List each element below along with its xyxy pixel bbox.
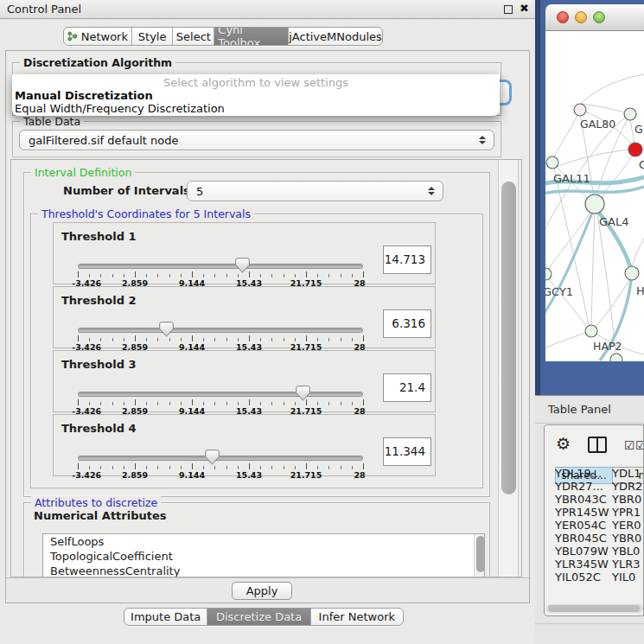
- network-edge[interactable]: [591, 214, 595, 325]
- settings-vertical-scrollbar[interactable]: [498, 160, 519, 577]
- table-row[interactable]: YLR345WYLR3: [555, 558, 644, 571]
- network-edge[interactable]: [555, 150, 628, 168]
- network-edge[interactable]: [554, 115, 577, 157]
- float-window-icon[interactable]: [504, 5, 513, 14]
- tab-jactivemnodules-label: jActiveMNodules: [289, 30, 382, 43]
- slider-thumb[interactable]: [235, 258, 250, 276]
- network-node[interactable]: [546, 156, 558, 169]
- network-canvas[interactable]: GAL80G.CGAL11GAL4GCY1HHAP2: [545, 31, 644, 361]
- zoom-traffic-light[interactable]: [593, 11, 605, 23]
- tab-impute-data[interactable]: Impute Data: [124, 609, 207, 625]
- apply-button[interactable]: Apply: [232, 582, 292, 600]
- slider-track[interactable]: [78, 264, 363, 269]
- table-cell[interactable]: YBR0: [612, 532, 644, 545]
- network-node[interactable]: [625, 266, 639, 280]
- table-cell[interactable]: YBR0: [612, 493, 644, 506]
- slider-thumb[interactable]: [159, 322, 174, 340]
- table-cell[interactable]: YLR3: [612, 558, 644, 571]
- network-node[interactable]: [628, 143, 642, 156]
- close-icon[interactable]: ✖: [520, 2, 529, 15]
- table-cell[interactable]: YDL1: [612, 467, 644, 480]
- tab-discretize-data[interactable]: Discretize Data: [207, 609, 310, 625]
- table-horizontal-scrollbar[interactable]: [546, 604, 643, 613]
- slider-thumb[interactable]: [296, 386, 310, 404]
- tab-style[interactable]: Style: [132, 28, 173, 45]
- checkbox-checked-icon[interactable]: ☑: [624, 438, 635, 452]
- stepper-arrows-icon: [425, 187, 437, 195]
- attribute-list-item[interactable]: SelfLoops: [43, 534, 484, 549]
- table-cell[interactable]: YBL0: [612, 545, 644, 558]
- network-edge[interactable]: [581, 104, 624, 112]
- tick-mark: [260, 274, 261, 277]
- tab-network[interactable]: Network: [64, 28, 132, 45]
- network-node[interactable]: [624, 108, 636, 120]
- table-cell[interactable]: YDR27...: [555, 480, 612, 493]
- close-traffic-light[interactable]: [557, 11, 569, 23]
- table-cell[interactable]: YPR145W: [555, 506, 612, 519]
- network-edge[interactable]: [596, 279, 629, 327]
- divider: [535, 623, 644, 624]
- slider-thumb[interactable]: [205, 450, 220, 468]
- table-data-combobox[interactable]: galFiltered.sif default node: [19, 130, 494, 150]
- network-node[interactable]: [574, 104, 586, 116]
- split-columns-icon[interactable]: [588, 437, 607, 453]
- table-row[interactable]: YBL079WYBL0: [555, 545, 644, 558]
- network-edge[interactable]: [548, 212, 590, 270]
- bottom-tab-bar: Impute Data Discretize Data Infer Networ…: [124, 608, 404, 626]
- table-cell[interactable]: YIL0: [612, 571, 644, 583]
- attributes-list-scrollbar[interactable]: [474, 534, 485, 577]
- table-row[interactable]: YER054CYER0: [555, 519, 644, 532]
- table-row[interactable]: YBR045CYBR0: [555, 532, 644, 545]
- table-cell[interactable]: YBR043C: [555, 493, 612, 506]
- attribute-list-item[interactable]: BetweennessCentrality: [43, 564, 484, 577]
- slider-track[interactable]: [78, 392, 363, 397]
- network-edge-thick[interactable]: [545, 213, 592, 316]
- menu-item-manual-discretization[interactable]: Manual Discretization: [15, 89, 153, 102]
- threshold-value-field[interactable]: 6.316: [383, 309, 431, 338]
- table-row[interactable]: YBR043CYBR0: [555, 493, 644, 506]
- slider-track[interactable]: [78, 328, 363, 333]
- table-row[interactable]: YDR27...YDR2: [555, 480, 644, 493]
- network-node[interactable]: [585, 325, 597, 337]
- table-cell[interactable]: YLR345W: [555, 558, 612, 571]
- tab-infer-network[interactable]: Infer Network: [311, 609, 403, 625]
- table-cell[interactable]: YBR045C: [555, 532, 612, 545]
- scrollbar-thumb[interactable]: [548, 605, 640, 612]
- network-edge[interactable]: [545, 333, 585, 349]
- network-node[interactable]: [545, 268, 552, 280]
- table-cell[interactable]: YIL052C: [555, 571, 612, 583]
- table-row[interactable]: YIL052CYIL0: [555, 571, 644, 583]
- checkbox-checked-icon[interactable]: ☑: [635, 438, 644, 452]
- table-cell[interactable]: YER054C: [555, 519, 612, 532]
- numerical-attributes-list[interactable]: SelfLoopsTopologicalCoefficientBetweenne…: [42, 533, 485, 577]
- tick-mark: [203, 274, 204, 277]
- scrollbar-thumb[interactable]: [501, 182, 516, 494]
- tick-mark: [146, 466, 147, 469]
- network-node-label: GCY1: [545, 285, 573, 298]
- table-cell[interactable]: YDR2: [612, 480, 644, 493]
- table-row[interactable]: YPR145WYPR1: [555, 506, 644, 519]
- network-edge[interactable]: [632, 239, 644, 266]
- table-cell[interactable]: YDL19...: [555, 467, 612, 480]
- slider-track[interactable]: [78, 456, 363, 461]
- threshold-value-field[interactable]: 21.4: [383, 373, 431, 402]
- tab-jactivemnodules[interactable]: jActiveMNodules: [289, 28, 382, 45]
- network-node[interactable]: [585, 194, 604, 214]
- scrollbar-thumb[interactable]: [476, 536, 485, 572]
- threshold-value-field[interactable]: 11.344: [383, 437, 431, 466]
- network-edge-thick[interactable]: [545, 187, 644, 194]
- table-cell[interactable]: YBL079W: [555, 545, 612, 558]
- tab-cyni-toolbox[interactable]: Cyni Toolbox: [214, 28, 289, 45]
- gear-icon[interactable]: ⚙: [556, 435, 571, 452]
- table-row[interactable]: YDL19...YDL1: [555, 467, 644, 480]
- table-cell[interactable]: YER0: [612, 519, 644, 532]
- network-node[interactable]: [610, 354, 622, 361]
- menu-item-equal-width-frequency[interactable]: Equal Width/Frequency Discretization: [15, 102, 225, 115]
- threshold-value-field[interactable]: 14.713: [383, 245, 431, 274]
- attribute-list-item[interactable]: TopologicalCoefficient: [43, 549, 484, 564]
- table-cell[interactable]: YPR1: [612, 506, 644, 519]
- minimize-traffic-light[interactable]: [575, 11, 587, 23]
- network-edge[interactable]: [580, 74, 644, 105]
- number-of-intervals-combobox[interactable]: 5: [187, 181, 443, 201]
- tab-select[interactable]: Select: [173, 28, 214, 45]
